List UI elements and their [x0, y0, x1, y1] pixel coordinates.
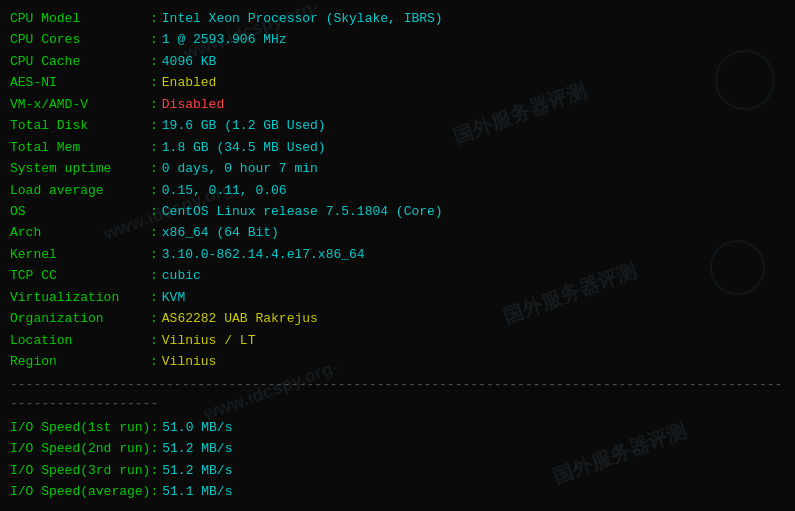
- io-row: I/O Speed(3rd run) : 51.2 MB/s: [10, 460, 785, 481]
- divider-2: ----------------------------------------…: [10, 507, 785, 511]
- row-colon: :: [150, 244, 158, 265]
- row-value: 0.15, 0.11, 0.06: [162, 180, 287, 201]
- row-label: Organization: [10, 308, 150, 329]
- info-row: Kernel : 3.10.0-862.14.4.el7.x86_64: [10, 244, 785, 265]
- row-colon: :: [150, 201, 158, 222]
- row-label: CPU Cores: [10, 29, 150, 50]
- info-row: Total Mem : 1.8 GB (34.5 MB Used): [10, 137, 785, 158]
- io-speed-rows: I/O Speed(1st run) : 51.0 MB/sI/O Speed(…: [10, 417, 785, 503]
- info-row: CPU Model : Intel Xeon Processor (Skylak…: [10, 8, 785, 29]
- row-label: OS: [10, 201, 150, 222]
- row-value: 3.10.0-862.14.4.el7.x86_64: [162, 244, 365, 265]
- row-label: System uptime: [10, 158, 150, 179]
- io-row-value: 51.2 MB/s: [162, 438, 232, 459]
- info-row: System uptime : 0 days, 0 hour 7 min: [10, 158, 785, 179]
- row-value: Vilnius: [162, 351, 217, 372]
- io-row-colon: :: [150, 460, 158, 481]
- row-label: TCP CC: [10, 265, 150, 286]
- row-colon: :: [150, 180, 158, 201]
- row-label: Region: [10, 351, 150, 372]
- info-row: Total Disk : 19.6 GB (1.2 GB Used): [10, 115, 785, 136]
- row-label: VM-x/AMD-V: [10, 94, 150, 115]
- info-row: VM-x/AMD-V : Disabled: [10, 94, 785, 115]
- info-row: Location : Vilnius / LT: [10, 330, 785, 351]
- info-row: CPU Cores : 1 @ 2593.906 MHz: [10, 29, 785, 50]
- row-colon: :: [150, 158, 158, 179]
- row-value: CentOS Linux release 7.5.1804 (Core): [162, 201, 443, 222]
- row-colon: :: [150, 330, 158, 351]
- row-colon: :: [150, 94, 158, 115]
- row-colon: :: [150, 137, 158, 158]
- io-row-colon: :: [150, 417, 158, 438]
- row-value: Disabled: [162, 94, 224, 115]
- row-colon: :: [150, 29, 158, 50]
- row-value: x86_64 (64 Bit): [162, 222, 279, 243]
- io-row-label: I/O Speed(2nd run): [10, 438, 150, 459]
- io-row-value: 51.0 MB/s: [162, 417, 232, 438]
- row-colon: :: [150, 115, 158, 136]
- row-colon: :: [150, 265, 158, 286]
- io-row-value: 51.2 MB/s: [162, 460, 232, 481]
- divider-1: ----------------------------------------…: [10, 376, 785, 412]
- row-label: Location: [10, 330, 150, 351]
- row-label: AES-NI: [10, 72, 150, 93]
- row-label: Arch: [10, 222, 150, 243]
- io-row-label: I/O Speed(1st run): [10, 417, 150, 438]
- row-label: CPU Model: [10, 8, 150, 29]
- row-colon: :: [150, 351, 158, 372]
- info-row: Region : Vilnius: [10, 351, 785, 372]
- info-row: Virtualization : KVM: [10, 287, 785, 308]
- row-label: CPU Cache: [10, 51, 150, 72]
- info-row: TCP CC : cubic: [10, 265, 785, 286]
- row-value: Vilnius / LT: [162, 330, 256, 351]
- row-label: Kernel: [10, 244, 150, 265]
- row-label: Load average: [10, 180, 150, 201]
- info-row: Organization : AS62282 UAB Rakrejus: [10, 308, 785, 329]
- io-row-colon: :: [150, 481, 158, 502]
- io-row: I/O Speed(1st run) : 51.0 MB/s: [10, 417, 785, 438]
- row-colon: :: [150, 8, 158, 29]
- row-value: Enabled: [162, 72, 217, 93]
- io-row: I/O Speed(2nd run) : 51.2 MB/s: [10, 438, 785, 459]
- row-colon: :: [150, 72, 158, 93]
- io-row: I/O Speed(average) : 51.1 MB/s: [10, 481, 785, 502]
- info-row: Arch : x86_64 (64 Bit): [10, 222, 785, 243]
- row-colon: :: [150, 51, 158, 72]
- row-value: 0 days, 0 hour 7 min: [162, 158, 318, 179]
- row-value: Intel Xeon Processor (Skylake, IBRS): [162, 8, 443, 29]
- info-row: CPU Cache : 4096 KB: [10, 51, 785, 72]
- info-row: Load average : 0.15, 0.11, 0.06: [10, 180, 785, 201]
- row-label: Virtualization: [10, 287, 150, 308]
- row-colon: :: [150, 222, 158, 243]
- row-label: Total Mem: [10, 137, 150, 158]
- row-label: Total Disk: [10, 115, 150, 136]
- main-content: CPU Model : Intel Xeon Processor (Skylak…: [0, 0, 795, 511]
- io-row-value: 51.1 MB/s: [162, 481, 232, 502]
- row-value: cubic: [162, 265, 201, 286]
- row-colon: :: [150, 287, 158, 308]
- info-row: OS : CentOS Linux release 7.5.1804 (Core…: [10, 201, 785, 222]
- info-row: AES-NI : Enabled: [10, 72, 785, 93]
- io-row-colon: :: [150, 438, 158, 459]
- row-value: AS62282 UAB Rakrejus: [162, 308, 318, 329]
- row-value: 1 @ 2593.906 MHz: [162, 29, 287, 50]
- io-row-label: I/O Speed(3rd run): [10, 460, 150, 481]
- row-value: KVM: [162, 287, 185, 308]
- row-value: 4096 KB: [162, 51, 217, 72]
- row-value: 19.6 GB (1.2 GB Used): [162, 115, 326, 136]
- row-colon: :: [150, 308, 158, 329]
- row-value: 1.8 GB (34.5 MB Used): [162, 137, 326, 158]
- io-row-label: I/O Speed(average): [10, 481, 150, 502]
- system-info-rows: CPU Model : Intel Xeon Processor (Skylak…: [10, 8, 785, 372]
